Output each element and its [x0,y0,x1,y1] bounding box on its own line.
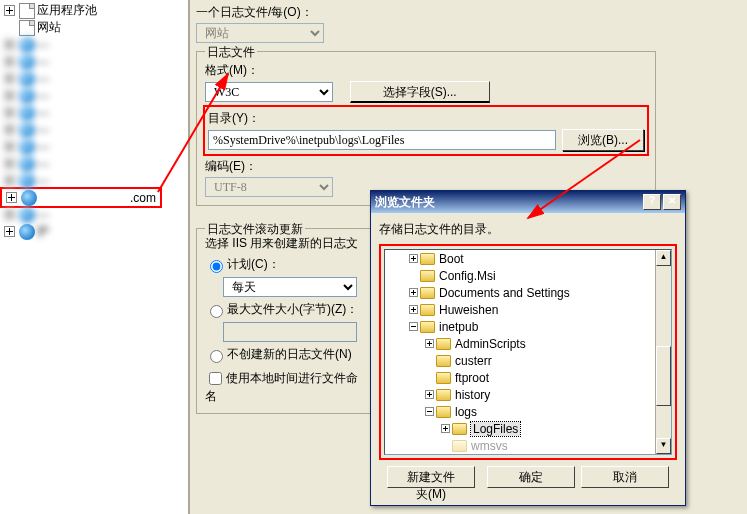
globe-icon [21,190,37,206]
tree-item-site[interactable]: --- [0,172,188,189]
folder-tree-row[interactable]: custerr [385,352,671,369]
tree-item-site[interactable]: --- [0,138,188,155]
expand-icon[interactable] [409,305,418,314]
folder-tree-row[interactable]: Huweishen [385,301,671,318]
tree-label: .com [39,191,160,205]
nocreate-radio-label[interactable]: 不创建新的日志文件(N) [205,347,352,361]
websites-icon [19,20,35,36]
localtime-checkbox[interactable] [209,372,222,385]
expand-icon[interactable] [425,407,434,416]
tree-item-site[interactable]: --- [0,155,188,172]
folder-tree[interactable]: ▲ ▼ BootConfig.MsiDocuments and Settings… [384,249,672,455]
browse-button[interactable]: 浏览(B)... [562,129,644,151]
scroll-up-button[interactable]: ▲ [656,250,671,266]
help-button[interactable]: ? [643,194,661,210]
folder-icon [420,321,435,333]
maxsize-input[interactable] [223,322,357,342]
folder-tree-row[interactable]: Boot [385,250,671,267]
dir-highlight-box: 目录(Y)： 浏览(B)... [205,107,647,154]
roll-fieldset: 日志文件滚动更新 选择 IIS 用来创建新的日志文 计划(C)： 每天 最大文件… [196,228,376,414]
folder-icon [420,304,435,316]
tree-item-site-highlighted[interactable]: .com [2,189,160,206]
folder-tree-row[interactable]: Config.Msi [385,267,671,284]
dialog-titlebar[interactable]: 浏览文件夹 ? ✕ [371,191,685,213]
folder-label: inetpub [439,320,478,334]
folder-icon [420,270,435,282]
folder-tree-row[interactable]: LogFiles [385,420,671,437]
apppool-icon [19,3,35,19]
tree-item-site[interactable]: --- [0,53,188,70]
folder-label: wmsvs [471,439,508,453]
left-tree-panel: 应用程序池 网站 --- --- --- --- --- --- --- ---… [0,0,190,514]
schedule-radio-label[interactable]: 计划(C)： [205,257,280,271]
nocreate-radio[interactable] [210,350,223,363]
newfolder-button[interactable]: 新建文件夹(M) [387,466,475,488]
logfile-legend: 日志文件 [205,44,257,61]
schedule-radio[interactable] [210,260,223,273]
expand-icon[interactable] [409,288,418,297]
close-button[interactable]: ✕ [663,194,681,210]
encoding-select[interactable]: UTF-8 [205,177,333,197]
dialog-tree-highlight: ▲ ▼ BootConfig.MsiDocuments and Settings… [379,244,677,460]
folder-tree-row[interactable]: AdminScripts [385,335,671,352]
expand-icon[interactable] [441,424,450,433]
scrollbar[interactable]: ▲ ▼ [655,250,671,454]
select-fields-button[interactable]: 选择字段(S)... [350,81,490,103]
expand-icon[interactable] [425,339,434,348]
folder-tree-row[interactable]: ftproot [385,369,671,386]
localtime-check-label[interactable]: 使用本地时间进行文件命名 [205,371,358,403]
expand-icon[interactable] [6,192,17,203]
tree-item-site[interactable]: --- [0,121,188,138]
folder-tree-row[interactable]: logs [385,403,671,420]
folder-tree-row[interactable]: history [385,386,671,403]
logfile-fieldset: 日志文件 格式(M)： W3C 选择字段(S)... 目录(Y)： 浏览(B).… [196,51,656,206]
scroll-thumb[interactable] [656,346,671,406]
folder-icon [436,338,451,350]
folder-icon [420,253,435,265]
format-label: 格式(M)： [205,62,647,79]
expand-icon[interactable] [409,322,418,331]
tree-item-site[interactable]: --- [0,70,188,87]
tree-item-site[interactable]: 护 [0,223,188,240]
expand-icon[interactable] [409,254,418,263]
folder-icon [452,440,467,452]
folder-label: ftproot [455,371,489,385]
dialog-instruction: 存储日志文件的目录。 [379,221,677,238]
folder-icon [452,423,467,435]
expand-icon[interactable] [4,5,15,16]
dir-input[interactable] [208,130,556,150]
maxsize-radio[interactable] [210,305,223,318]
folder-tree-row[interactable]: Documents and Settings [385,284,671,301]
tree-item-websites[interactable]: 网站 [0,19,188,36]
expand-icon[interactable] [425,390,434,399]
tree-item-site[interactable]: --- [0,104,188,121]
cancel-button[interactable]: 取消 [581,466,669,488]
ok-button[interactable]: 确定 [487,466,575,488]
per-select[interactable]: 网站 [196,23,324,43]
per-label: 一个日志文件/每(O)： [196,4,741,21]
tree-item-site[interactable]: --- [0,206,188,223]
folder-icon [420,287,435,299]
folder-label: logs [455,405,477,419]
tree-label: 应用程序池 [37,2,97,19]
tree-label: 网站 [37,19,61,36]
maxsize-radio-label[interactable]: 最大文件大小(字节)(Z)： [205,302,358,316]
folder-icon [436,406,451,418]
folder-label: Documents and Settings [439,286,570,300]
folder-label: Boot [439,252,464,266]
folder-label: Huweishen [439,303,498,317]
tree-item-apppool[interactable]: 应用程序池 [0,2,188,19]
tree-item-site[interactable]: --- [0,36,188,53]
tree-item-site[interactable]: --- [0,87,188,104]
format-select[interactable]: W3C [205,82,333,102]
schedule-select[interactable]: 每天 [223,277,357,297]
folder-label: AdminScripts [455,337,526,351]
folder-label: Config.Msi [439,269,496,283]
folder-label: LogFiles [471,422,520,436]
folder-tree-row[interactable]: wmsvs [385,437,671,454]
tree-label: 护 [37,223,49,240]
folder-icon [436,389,451,401]
dir-label: 目录(Y)： [208,110,644,127]
folder-label: history [455,388,490,402]
folder-tree-row[interactable]: inetpub [385,318,671,335]
